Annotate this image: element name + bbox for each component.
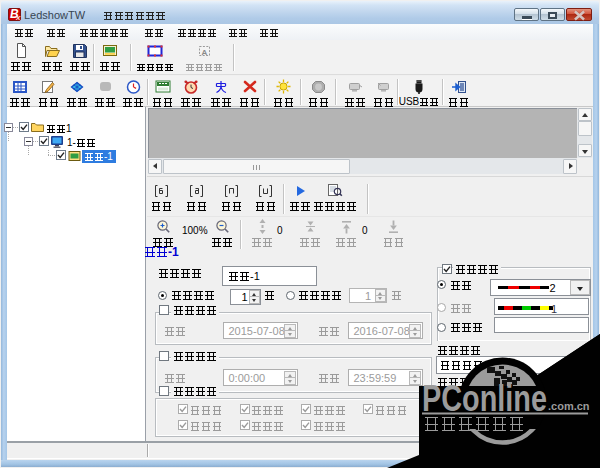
svg-text:.com.cn: .com.cn bbox=[548, 400, 590, 412]
